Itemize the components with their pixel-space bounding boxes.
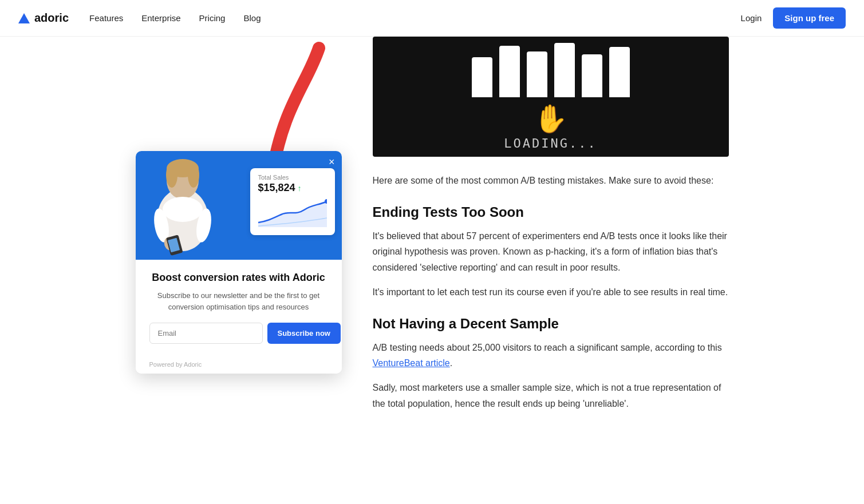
page-content: × xyxy=(117,37,747,420)
section1-body2: It's important to let each test run its … xyxy=(373,284,729,300)
nav-enterprise[interactable]: Enterprise xyxy=(141,13,180,23)
bar-3 xyxy=(527,51,547,97)
article-main: ✋ LOADING... Here are some of the most c… xyxy=(359,37,729,420)
navbar: adoric Features Enterprise Pricing Blog … xyxy=(0,0,864,37)
chart-value: $15,824 ↑ xyxy=(258,182,327,194)
popup-chart-card: Total Sales $15,824 ↑ xyxy=(250,168,335,235)
bar-1 xyxy=(472,57,492,97)
section2-body1-text: A/B testing needs about 25,000 visitors … xyxy=(373,343,722,352)
nav-left: adoric Features Enterprise Pricing Blog xyxy=(18,11,261,25)
article-text: Here are some of the most common A/B tes… xyxy=(373,173,729,411)
svg-point-5 xyxy=(188,162,199,188)
chart-label: Total Sales xyxy=(258,174,327,181)
login-button[interactable]: Login xyxy=(741,13,762,23)
bar-6 xyxy=(609,47,630,97)
section2-body2: Sadly, most marketers use a smaller samp… xyxy=(373,380,729,411)
logo-triangle-icon xyxy=(18,13,30,23)
loading-text: LOADING... xyxy=(472,136,630,150)
chart-trend-icon: ↑ xyxy=(298,184,302,193)
intro-paragraph: Here are some of the most common A/B tes… xyxy=(373,173,729,188)
nav-right: Login Sign up free xyxy=(741,7,846,29)
section1-heading: Ending Tests Too Soon xyxy=(373,204,729,220)
section2-heading: Not Having a Decent Sample xyxy=(373,316,729,332)
article-hero-image: ✋ LOADING... xyxy=(373,37,729,157)
hero-content: ✋ LOADING... xyxy=(472,43,630,150)
popup-form: Subscribe now xyxy=(149,323,328,344)
bar-5 xyxy=(582,54,602,97)
popup-close-button[interactable]: × xyxy=(329,157,335,167)
section2-body1: A/B testing needs about 25,000 visitors … xyxy=(373,340,729,371)
logo-text: adoric xyxy=(34,11,69,25)
chart-visual xyxy=(258,199,327,229)
logo[interactable]: adoric xyxy=(18,11,69,25)
popup-image-area: × xyxy=(136,151,342,260)
nav-links: Features Enterprise Pricing Blog xyxy=(89,13,261,23)
hand-drawing: ✋ xyxy=(472,105,630,133)
signup-button[interactable]: Sign up free xyxy=(773,7,846,29)
popup-description: Subscribe to our newsletter and be the f… xyxy=(149,290,328,312)
subscribe-button[interactable]: Subscribe now xyxy=(267,323,341,344)
nav-features[interactable]: Features xyxy=(89,13,123,23)
nav-pricing[interactable]: Pricing xyxy=(199,13,226,23)
popup-title: Boost conversion rates with Adoric xyxy=(149,271,328,284)
progress-bars xyxy=(472,43,630,97)
email-input[interactable] xyxy=(149,323,263,344)
popup-body: Boost conversion rates with Adoric Subsc… xyxy=(136,260,342,358)
venturebeat-link[interactable]: VentureBeat article xyxy=(373,358,450,368)
person-figure-icon xyxy=(139,151,227,260)
chart-line-graph xyxy=(258,199,327,227)
bar-2 xyxy=(499,46,520,97)
svg-point-4 xyxy=(166,162,177,188)
bar-4 xyxy=(554,43,575,97)
section1-body1: It's believed that about 57 percent of e… xyxy=(373,228,729,275)
powered-by-label: Powered by Adoric xyxy=(136,358,342,374)
popup-widget: × xyxy=(136,151,342,374)
nav-blog[interactable]: Blog xyxy=(243,13,261,23)
svg-point-7 xyxy=(163,197,203,222)
left-area: × xyxy=(136,37,359,420)
